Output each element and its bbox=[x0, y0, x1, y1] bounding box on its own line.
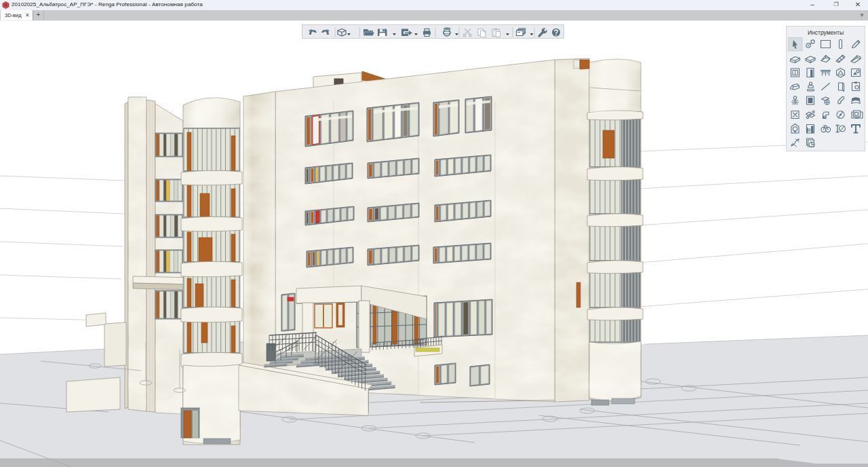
svg-text:A: A bbox=[807, 44, 809, 48]
